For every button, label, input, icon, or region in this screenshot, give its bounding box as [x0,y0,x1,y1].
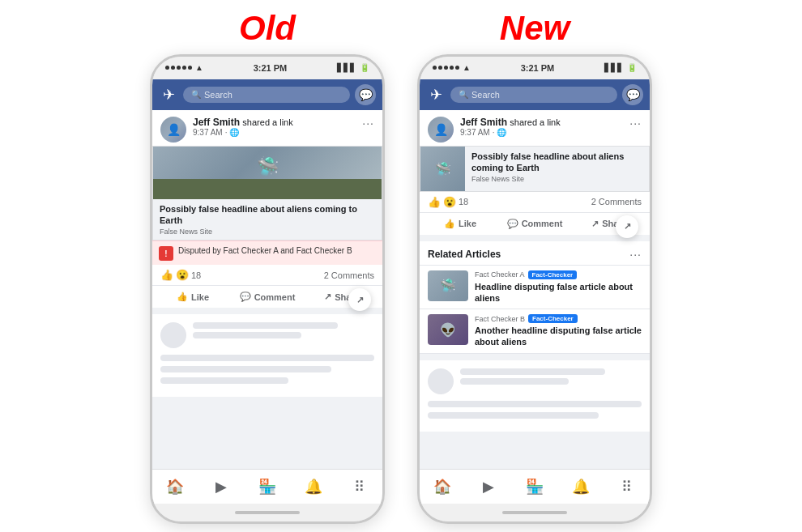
avatar-old: 👤 [160,117,186,143]
post-meta-new: Jeff Smith shared a link 9:37 AM · 🌐 [460,117,623,137]
skeleton-avatar-new [428,368,454,394]
fact-checker-badge-2: Fact-Checker [528,314,578,323]
like-icon-old: 👍 [177,292,188,302]
facebook-header-old: ✈ 🔍 Search 💬 [152,79,382,110]
related-headline-2: Another headline disputing false article… [475,325,642,348]
warning-icon-old: ! [159,246,173,261]
post-author-old: Jeff Smith shared a link [193,117,356,128]
post-time-new: 9:37 AM · 🌐 [460,128,623,137]
skeleton-post-new [420,360,650,432]
nav-menu-old[interactable]: ⠿ [336,475,382,499]
related-item-2[interactable]: 👽 Fact Checker B Fact-Checker Another he… [420,309,650,354]
nav-video-new[interactable]: ▶ [466,475,512,499]
search-bar-new[interactable]: 🔍 Search [450,87,617,103]
old-phone: ▲ 3:21 PM ▋▋▋ 🔋 ✈ 🔍 Search 💬 👤 [150,54,385,524]
cellular-icon: ▋▋▋ [337,63,356,72]
search-icon-new: 🔍 [459,90,468,99]
privacy-icon-old: 🌐 [229,128,239,137]
fact-checker-label-2: Fact Checker B [475,315,525,323]
link-preview-new[interactable]: 🛸 Possibly false headline about aliens c… [420,146,650,192]
ufo-thumb-icon: 🛸 [435,161,451,177]
link-thumb-new: 🛸 [420,147,465,191]
comment-icon-old: 💬 [240,292,251,302]
post-reactions-new: 👍 😮 18 2 Comments [420,192,650,213]
cellular-icon-new: ▋▋▋ [604,63,624,72]
post-actions-old: 👍 Like 💬 Comment ↗ Share ↗ [152,286,382,308]
bottom-nav-old: 🏠 ▶ 🏪 🔔 ⠿ [152,469,382,504]
facebook-plane-icon-new[interactable]: ✈ [426,86,446,104]
signal-dots-new: ▲ [433,63,471,72]
link-headline-old: Possibly false headline about aliens com… [160,203,375,227]
messenger-icon-new[interactable]: 💬 [622,84,643,105]
time-display-new: 3:21 PM [521,63,555,73]
comments-count-new: 2 Comments [591,197,642,206]
link-preview-old[interactable]: 🛸 Possibly false headline about aliens c… [152,146,382,241]
wow-emoji-new: 😮 [443,196,456,208]
skeleton-avatar-old [160,322,186,348]
comment-button-new[interactable]: 💬 Comment [497,215,572,233]
nav-marketplace-old[interactable]: 🏪 [245,475,291,499]
reactions-count-old: 18 [191,270,201,280]
nav-home-old[interactable]: 🏠 [152,475,198,499]
related-articles-title: Related Articles [428,249,501,260]
related-thumb-1: 🛸 [428,270,468,301]
link-headline-new: Possibly false headline about aliens com… [471,151,642,174]
comment-button-old[interactable]: 💬 Comment [230,287,305,306]
like-button-old[interactable]: 👍 Like [156,287,230,306]
post-options-old[interactable]: ··· [362,117,374,130]
facebook-header-new: ✈ 🔍 Search 💬 [420,79,650,110]
related-headline-1: Headline disputing false article about a… [475,281,642,304]
link-source-new: False News Site [471,175,642,183]
nav-home-new[interactable]: 🏠 [420,475,466,499]
post-card-old: 👤 Jeff Smith shared a link 9:37 AM · 🌐 [152,110,382,309]
related-info-2: Fact Checker B Fact-Checker Another head… [475,314,642,348]
status-bar-old: ▲ 3:21 PM ▋▋▋ 🔋 [152,57,382,79]
new-label: New [500,9,570,48]
post-meta-old: Jeff Smith shared a link 9:37 AM · 🌐 [193,117,356,137]
new-phone: ▲ 3:21 PM ▋▋▋ 🔋 ✈ 🔍 Search 💬 👤 [417,54,652,524]
bottom-nav-new: 🏠 ▶ 🏪 🔔 ⠿ [420,469,650,504]
post-actions-wrapper-new: 👍 Like 💬 Comment ↗ Share ↗ [420,213,650,235]
time-display: 3:21 PM [254,63,288,73]
nav-menu-new[interactable]: ⠿ [604,475,650,499]
nav-video-old[interactable]: ▶ [198,475,245,499]
comments-count-old: 2 Comments [324,270,374,280]
facebook-plane-icon[interactable]: ✈ [159,86,178,104]
reactions-count-new: 18 [459,197,468,206]
skeleton-post-old [152,314,382,397]
privacy-icon-new: 🌐 [497,128,506,137]
link-source-old: False News Site [160,228,375,236]
link-image-old: 🛸 [153,147,382,199]
battery-icon-new: 🔋 [627,63,637,72]
share-button-new[interactable]: ↗ Share ↗ [572,215,646,233]
search-bar-old[interactable]: 🔍 Search [183,87,350,103]
post-reactions-old: 👍 😮 18 2 Comments [152,265,382,286]
avatar-new: 👤 [428,117,454,143]
wifi-icon-new: ▲ [463,63,471,72]
signal-dots: ▲ [165,63,203,72]
phone-bottom-new [420,504,650,521]
post-card-new: 👤 Jeff Smith shared a link 9:37 AM · 🌐 [420,110,650,235]
share-circle-old: ↗ [348,288,371,311]
nav-bell-new[interactable]: 🔔 [557,475,604,499]
post-options-new[interactable]: ··· [629,117,642,130]
nav-marketplace-new[interactable]: 🏪 [512,475,558,499]
disputed-text-old: Disputed by Fact Checker A and Fact Chec… [178,245,352,256]
share-circle-new: ↗ [616,215,638,238]
related-item-1[interactable]: 🛸 Fact Checker A Fact-Checker Headline d… [420,266,650,310]
search-placeholder-new: Search [471,90,500,100]
fact-checker-label-1: Fact Checker A [475,270,525,279]
related-options-icon[interactable]: ··· [629,248,642,261]
search-icon-old: 🔍 [191,90,201,99]
nav-bell-old[interactable]: 🔔 [290,475,336,499]
post-actions-wrapper-old: 👍 Like 💬 Comment ↗ Share ↗ [152,286,382,308]
like-button-new[interactable]: 👍 Like [423,215,497,233]
right-status-icons-new: ▋▋▋ 🔋 [604,63,637,72]
messenger-icon-old[interactable]: 💬 [355,84,376,105]
disputed-banner-old: ! Disputed by Fact Checker A and Fact Ch… [152,240,382,265]
phone-content-new: 👤 Jeff Smith shared a link 9:37 AM · 🌐 [420,110,650,469]
share-button-old[interactable]: ↗ Share ↗ [305,287,379,306]
related-thumb-2: 👽 [428,314,468,345]
post-actions-new: 👍 Like 💬 Comment ↗ Share ↗ [420,213,650,235]
right-status-icons: ▋▋▋ 🔋 [337,63,369,72]
